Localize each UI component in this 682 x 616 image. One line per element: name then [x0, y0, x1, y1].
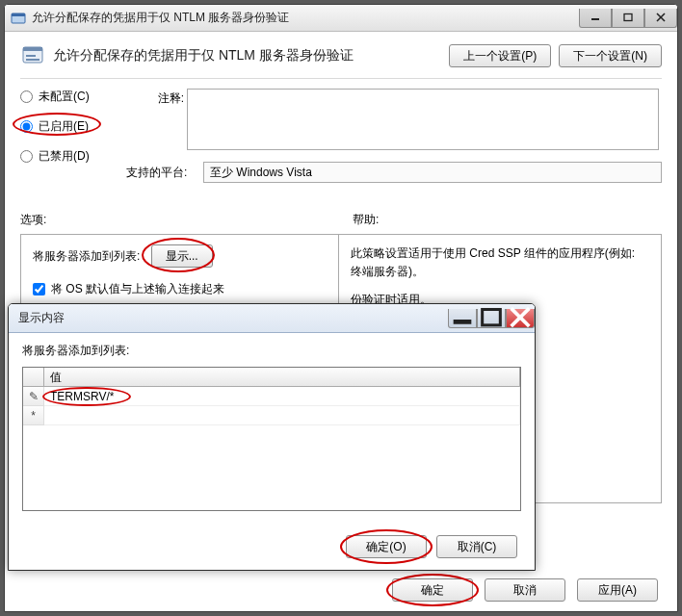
- next-setting-button[interactable]: 下一个设置(N): [559, 44, 662, 67]
- svg-rect-1: [12, 13, 25, 16]
- cell-value[interactable]: TERMSRV/*: [50, 390, 114, 403]
- radio-group: 未配置(C) 已启用(E) 已禁用(D): [20, 89, 126, 183]
- window-title: 允许分配保存的凭据用于仅 NTLM 服务器身份验证: [32, 10, 579, 26]
- divider: [20, 78, 662, 79]
- values-grid[interactable]: 值 ✎ TERMSRV/* *: [22, 367, 521, 511]
- maximize-button[interactable]: [612, 9, 644, 28]
- dialog-minimize-button[interactable]: [448, 309, 477, 328]
- notes-textarea[interactable]: [187, 89, 659, 150]
- dialog-ok-button[interactable]: 确定(O): [346, 535, 427, 558]
- dialog-list-label: 将服务器添加到列表:: [22, 343, 521, 359]
- svg-rect-11: [483, 310, 501, 325]
- radio-disabled-label: 已禁用(D): [39, 148, 90, 165]
- ok-button[interactable]: 确定: [392, 578, 473, 602]
- window-controls: [579, 9, 677, 28]
- new-row-icon: *: [23, 406, 44, 425]
- close-button[interactable]: [644, 9, 677, 28]
- show-button[interactable]: 显示...: [151, 244, 213, 268]
- titlebar: 允许分配保存的凭据用于仅 NTLM 服务器身份验证: [5, 5, 677, 32]
- os-defaults-checkbox[interactable]: 将 OS 默认值与上述输入连接起来: [33, 281, 327, 297]
- dialog-title: 显示内容: [18, 310, 448, 326]
- radio-enabled-label: 已启用(E): [39, 118, 89, 135]
- grid-row[interactable]: ✎ TERMSRV/*: [23, 387, 520, 406]
- dialog-maximize-button[interactable]: [477, 309, 506, 328]
- apply-button[interactable]: 应用(A): [577, 578, 658, 602]
- cancel-button[interactable]: 取消: [485, 578, 565, 602]
- dialog-titlebar: 显示内容: [9, 304, 535, 333]
- grid-header: 值: [23, 368, 520, 387]
- notes-label: 注释:: [126, 89, 184, 107]
- platforms-label: 支持的平台:: [126, 165, 203, 181]
- previous-setting-button[interactable]: 上一个设置(P): [449, 44, 551, 67]
- svg-rect-3: [624, 14, 632, 21]
- bottom-button-row: 确定 取消 应用(A): [5, 578, 677, 602]
- svg-rect-7: [23, 47, 42, 51]
- minimize-button[interactable]: [579, 9, 612, 28]
- add-servers-label: 将服务器添加到列表:: [33, 249, 140, 263]
- radio-disabled[interactable]: 已禁用(D): [20, 148, 126, 165]
- page-title: 允许分配保存的凭据用于仅 NTLM 服务器身份验证: [53, 47, 441, 64]
- radio-enabled[interactable]: 已启用(E): [20, 118, 126, 135]
- cell-value-empty[interactable]: [44, 406, 520, 425]
- policy-icon: [20, 43, 45, 68]
- platforms-value: 至少 Windows Vista: [203, 162, 662, 183]
- dialog-cancel-button[interactable]: 取消(C): [436, 535, 517, 558]
- options-header: 选项:: [20, 212, 329, 228]
- svg-rect-9: [26, 59, 39, 61]
- help-header: 帮助:: [329, 212, 662, 228]
- show-contents-dialog: 显示内容 将服务器添加到列表: 值 ✎ TERMSRV/* *: [8, 303, 536, 571]
- dialog-close-button[interactable]: [506, 309, 535, 328]
- radio-unconfigured[interactable]: 未配置(C): [20, 89, 126, 105]
- edit-row-icon: ✎: [23, 387, 44, 406]
- col-header-value: 值: [44, 368, 520, 386]
- help-p1: 此策略设置适用于使用 Cred SSP 组件的应用程序(例如: 终端服务器)。: [351, 244, 649, 281]
- os-defaults-label: 将 OS 默认值与上述输入连接起来: [51, 281, 224, 297]
- grid-row[interactable]: *: [23, 406, 520, 425]
- radio-unconfigured-label: 未配置(C): [39, 89, 90, 105]
- svg-rect-8: [26, 55, 36, 57]
- app-icon: [11, 11, 26, 26]
- dialog-window-controls: [448, 309, 535, 328]
